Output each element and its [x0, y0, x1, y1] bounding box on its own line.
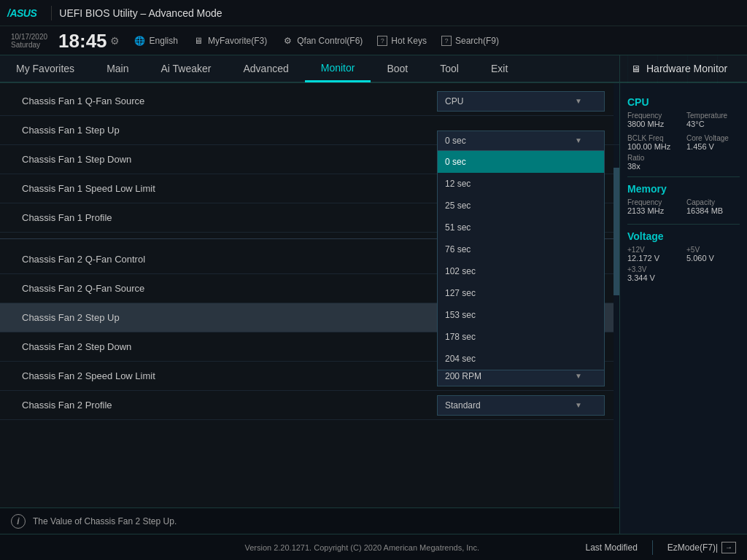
hw-v12-label: +12V	[627, 246, 681, 254]
dropdown-arrow: ▼	[575, 97, 582, 105]
hw-monitor-panel: CPU Frequency 3800 MHz Temperature 43°C …	[619, 83, 747, 534]
nav-main[interactable]: Main	[90, 55, 144, 82]
hw-mem-cap-value: 16384 MB	[686, 206, 740, 215]
nav-exit[interactable]: Exit	[475, 55, 524, 82]
day-text: Saturday	[11, 41, 47, 49]
hw-memory-title: Memory	[627, 183, 740, 195]
dropdown-arrow-2: ▼	[575, 136, 582, 144]
search-icon: ?	[441, 36, 452, 46]
footer-divider	[652, 540, 653, 555]
hw-cpu-freq-value: 3800 MHz	[627, 120, 681, 128]
header-title: UEFI BIOS Utility – Advanced Mode	[59, 7, 740, 19]
option-0sec-selected[interactable]: 0 sec	[438, 151, 604, 173]
tool-qfan-label: Qfan Control(F6)	[297, 36, 363, 46]
tool-qfan[interactable]: ⚙ Qfan Control(F6)	[282, 35, 363, 47]
nav-bar: My Favorites Main Ai Tweaker Advanced Mo…	[0, 55, 619, 83]
option-76sec[interactable]: 76 sec	[438, 238, 604, 260]
scrollbar[interactable]	[614, 83, 619, 508]
nav-favorites[interactable]: My Favorites	[0, 55, 90, 82]
tool-english-label: English	[150, 36, 178, 46]
hw-v5-row: +5V 5.060 V	[686, 246, 740, 262]
last-modified-btn[interactable]: Last Modified	[585, 542, 637, 553]
fan2-source-label: Chassis Fan 2 Q-Fan Source	[22, 283, 437, 294]
hw-corevolt-value: 1.456 V	[686, 142, 740, 151]
hw-divider-2	[627, 224, 740, 225]
fan2-profile-label: Chassis Fan 2 Profile	[22, 400, 437, 411]
tool-english[interactable]: 🌐 English	[134, 35, 178, 47]
hw-ratio-value: 38x	[627, 162, 740, 171]
option-102sec[interactable]: 102 sec	[438, 260, 604, 282]
tool-hotkeys[interactable]: ? Hot Keys	[377, 36, 427, 46]
fan1-source-label: Chassis Fan 1 Q-Fan Source	[22, 96, 437, 106]
hw-v5-label: +5V	[686, 246, 740, 254]
hw-corevolt-row: Core Voltage 1.456 V	[686, 134, 740, 151]
fan1-step-up-dropdown-open[interactable]: 0 sec ▼ 0 sec 12 sec 25 sec	[437, 131, 605, 370]
header-divider	[51, 6, 52, 20]
content-area: Chassis Fan 1 Q-Fan Source CPU ▼ Chassis…	[0, 83, 619, 534]
fan2-profile-dropdown[interactable]: Standard ▼	[437, 395, 605, 416]
monitor-icon: 🖥	[193, 35, 204, 47]
tool-myfavorite-label: MyFavorite(F3)	[208, 36, 267, 46]
nav-container: My Favorites Main Ai Tweaker Advanced Mo…	[0, 55, 619, 83]
nav-aitweaker[interactable]: Ai Tweaker	[144, 55, 227, 82]
hw-bclk-row: BCLK Freq 100.00 MHz	[627, 134, 681, 151]
setting-fan1-step-up: Chassis Fan 1 Step Up 0 sec ▼ 0 sec	[0, 116, 619, 145]
settings-icon[interactable]: ⚙	[110, 35, 120, 47]
fan1-source-dropdown[interactable]: CPU ▼	[437, 91, 605, 112]
nav-boot[interactable]: Boot	[371, 55, 424, 82]
fan1-profile-label: Chassis Fan 1 Profile	[22, 212, 437, 223]
hw-cpu-temp-row: Temperature 43°C	[686, 112, 740, 128]
fan2-control-label: Chassis Fan 2 Q-Fan Control	[22, 254, 437, 265]
fan1-source-control[interactable]: CPU ▼	[437, 91, 605, 112]
dropdown-arrow-5: ▼	[575, 372, 582, 380]
date-text: 10/17/2020	[11, 33, 47, 41]
hw-mem-freq-value: 2133 MHz	[627, 206, 681, 215]
scrollbar-thumb[interactable]	[614, 168, 619, 295]
info-text: The Value of Chassis Fan 2 Step Up.	[33, 516, 177, 526]
hw-cpu-grid: Frequency 3800 MHz Temperature 43°C BCLK…	[627, 112, 740, 154]
option-204sec[interactable]: 204 sec	[438, 348, 604, 370]
monitor-panel-icon: 🖥	[631, 63, 640, 74]
option-153sec[interactable]: 153 sec	[438, 304, 604, 326]
hw-divider-1	[627, 176, 740, 177]
fan-icon: ⚙	[282, 35, 293, 47]
date-time-block: 10/17/2020 Saturday	[11, 33, 47, 49]
fan2-step-down-label: Chassis Fan 2 Step Down	[22, 341, 437, 352]
hw-mem-cap-row: Capacity 16384 MB	[686, 198, 740, 215]
ezmode-btn[interactable]: EzMode(F7)| →	[667, 542, 736, 553]
hw-bclk-value: 100.00 MHz	[627, 142, 681, 151]
option-127sec[interactable]: 127 sec	[438, 282, 604, 304]
hw-v12-row: +12V 12.172 V	[627, 246, 681, 262]
hw-v5-value: 5.060 V	[686, 254, 740, 262]
exit-arrow-icon: →	[721, 542, 736, 553]
hw-bclk-label: BCLK Freq	[627, 134, 681, 142]
footer-right: Last Modified EzMode(F7)| →	[585, 540, 736, 555]
hw-mem-freq-label: Frequency	[627, 198, 681, 206]
nav-advanced[interactable]: Advanced	[227, 55, 304, 82]
nav-tool[interactable]: Tool	[424, 55, 475, 82]
hw-v33-row: +3.3V 3.344 V	[627, 265, 740, 282]
hw-voltage-title: Voltage	[627, 230, 740, 242]
fan2-profile-control[interactable]: Standard ▼	[437, 395, 605, 416]
option-51sec[interactable]: 51 sec	[438, 217, 604, 238]
nav-monitor[interactable]: Monitor	[305, 55, 371, 82]
option-12sec[interactable]: 12 sec	[438, 173, 604, 195]
header-bar: /ASUS UEFI BIOS Utility – Advanced Mode	[0, 0, 747, 26]
tool-search[interactable]: ? Search(F9)	[441, 36, 499, 46]
option-25sec[interactable]: 25 sec	[438, 195, 604, 217]
info-bar: i The Value of Chassis Fan 2 Step Up.	[0, 508, 619, 534]
hw-memory-grid: Frequency 2133 MHz Capacity 16384 MB	[627, 198, 740, 218]
hw-v33-label: +3.3V	[627, 265, 740, 273]
tool-myfavorite[interactable]: 🖥 MyFavorite(F3)	[193, 35, 267, 47]
hw-mem-cap-label: Capacity	[686, 198, 740, 206]
clock-display: 18:45	[58, 31, 107, 50]
globe-icon: 🌐	[134, 35, 146, 47]
hw-v12-value: 12.172 V	[627, 254, 681, 262]
main-layout: Chassis Fan 1 Q-Fan Source CPU ▼ Chassis…	[0, 83, 747, 534]
fan1-step-up-btn[interactable]: 0 sec ▼	[437, 131, 605, 151]
fan1-speed-low-label: Chassis Fan 1 Speed Low Limit	[22, 183, 437, 194]
fan1-step-down-label: Chassis Fan 1 Step Down	[22, 154, 437, 165]
hw-voltage-grid: +12V 12.172 V +5V 5.060 V	[627, 246, 740, 265]
option-178sec[interactable]: 178 sec	[438, 326, 604, 348]
fan1-step-up-options: 0 sec 12 sec 25 sec 51 sec	[437, 151, 605, 370]
